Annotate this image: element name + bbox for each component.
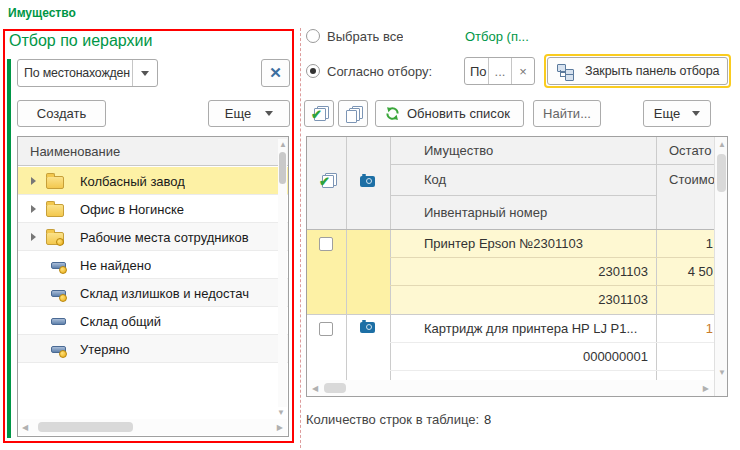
filter-settings-link[interactable]: Отбор (п... [465,23,529,49]
item-marker-dot [59,350,67,358]
row-count-label: Количество строк в таблице: [306,409,479,429]
tree-item-label: Склад общий [80,307,161,335]
table-header-cell[interactable]: Имущество [424,137,650,164]
table-vscroll-thumb[interactable] [717,154,726,192]
expand-arrow-icon[interactable] [31,205,36,213]
folder-marker-dot [56,238,64,246]
ellipsis-label: ... [495,64,506,79]
check-stack-icon: ✔ [311,106,329,122]
tree-hscrollbar[interactable]: ◀ ▶ [19,419,287,435]
hierarchy-panel-icon [557,64,573,79]
table-value-cell[interactable]: 4 50 [660,257,713,285]
tree-vscrollbar[interactable]: ▲ [278,139,287,407]
row-checkbox[interactable] [319,322,333,336]
property-table-inner: ИмуществоКодИнвентарный номерОстатоСтоим… [307,137,727,396]
tree-item-6[interactable]: Склад общий [18,307,288,335]
clear-icon: × [519,64,527,79]
find-button-label: Найти... [543,106,591,121]
table-value-cell[interactable]: 1 [660,229,713,257]
refresh-icon [385,106,400,121]
tree-item-2[interactable]: Офис в Ногинске [18,195,288,223]
select-all-rows-button[interactable]: ✔ [304,100,334,127]
page-title: Имущество [8,6,76,20]
table-more-button[interactable]: Еще [643,100,711,127]
tree-item-5[interactable]: Склад излишков и недостач [18,279,288,307]
table-hscrollbar[interactable]: ◀ ▶ [307,380,714,396]
tree-item-label: Рабочие места сотрудников [80,223,249,251]
tree-item-label: Утеряно [80,335,130,363]
hierarchy-tree: Наименование Колбасный заводОфис в Ногин… [17,136,289,437]
table-vscrollbar[interactable]: ▲ ▼ [714,137,727,396]
radio-select-all[interactable] [306,29,320,43]
tree-item-label: Офис в Ногинске [80,195,184,223]
create-button-label: Создать [37,106,86,121]
tree-item-label: Не найдено [80,251,151,279]
table-cell[interactable]: 000000001 [400,342,648,370]
filter-value-field[interactable]: По ... × [464,57,535,85]
copy-rows-button[interactable] [338,100,368,127]
camera-icon [360,176,375,187]
table-header-cell[interactable]: Остато [669,137,740,164]
tree-hscroll-right-arrow[interactable]: ▶ [277,424,283,432]
close-hierarchy-panel-button[interactable]: ✕ [261,59,290,87]
chevron-down-icon [141,71,149,76]
table-subrow-line [390,370,727,371]
radio-by-filter[interactable] [306,64,320,78]
table-subrow-line [390,342,727,343]
table-cell[interactable]: Принтер Epson №2301103 [424,229,648,257]
expand-arrow-icon[interactable] [31,177,36,185]
tree-hscroll-left-arrow[interactable]: ◀ [22,424,28,432]
table-subrow-line [390,285,727,286]
table-value-cell[interactable]: 1 [660,314,713,342]
refresh-list-button[interactable]: Обновить список [375,100,524,127]
close-filter-panel-button[interactable]: Закрыть панель отбора [547,57,728,85]
table-vscroll-up-arrow[interactable]: ▲ [718,141,726,149]
hierarchy-panel-title: Отбор по иерархии [9,32,152,50]
tree-item-label: Склад излишков и недостач [80,279,249,307]
tree-vscroll-up-arrow[interactable]: ▲ [279,141,287,149]
tree-item-3[interactable]: Рабочие места сотрудников [18,223,288,251]
item-icon [51,318,66,325]
refresh-list-label: Обновить список [407,106,510,121]
app-window: Имущество Отбор по иерархии По местонахо… [0,0,740,450]
table-cell[interactable]: 2301103 [400,257,648,285]
hierarchy-type-combo-value: По местонахожден [24,60,132,86]
table-column-line [390,137,391,396]
filter-value-text: По [470,58,487,84]
table-hscroll-thumb[interactable] [324,383,346,393]
tree-header-row: Наименование [18,137,288,166]
table-column-line [346,137,347,396]
tree-item-7[interactable]: Утеряно [18,335,288,363]
combo-dropdown-button[interactable] [132,60,157,86]
table-cell[interactable]: 2301103 [400,285,648,313]
tree-more-button[interactable]: Еще [208,100,290,127]
row-checkbox[interactable] [319,237,333,251]
filter-ellipsis-button[interactable]: ... [488,58,511,84]
table-header-cell[interactable]: Код [424,164,650,195]
hierarchy-filter-panel: Отбор по иерархии По местонахожден ✕ Соз… [3,29,294,443]
tree-hscroll-thumb[interactable] [38,422,133,432]
table-hscroll-left-arrow[interactable]: ◀ [312,385,318,393]
close-icon: ✕ [269,64,282,82]
tree-vscroll-thumb[interactable] [279,152,286,184]
table-cell[interactable]: Картридж для принтера HP LJ P1... [424,314,648,342]
create-button[interactable]: Создать [17,100,106,127]
property-table: ИмуществоКодИнвентарный номерОстатоСтоим… [306,136,728,397]
filter-clear-button[interactable]: × [511,58,534,84]
table-header-cell[interactable]: Стоимо [669,164,740,195]
tree-header-name: Наименование [30,137,230,165]
hierarchy-type-combo[interactable]: По местонахожден [17,59,158,87]
table-header-cell[interactable]: Инвентарный номер [424,195,650,229]
find-button[interactable]: Найти... [533,100,601,127]
row-count-value: 8 [484,409,491,429]
table-hscroll-right-arrow[interactable]: ▶ [703,385,709,393]
chevron-down-icon [265,111,273,116]
item-marker-dot [59,266,67,274]
tree-vscroll-down-arrow[interactable]: ▼ [277,409,285,417]
panel-splitter[interactable] [300,28,301,448]
tree-item-4[interactable]: Не найдено [18,251,288,279]
tree-item-1[interactable]: Колбасный завод [18,167,288,195]
expand-arrow-icon[interactable] [31,233,36,241]
tree-more-button-label: Еще [225,106,251,121]
table-vscroll-down-arrow[interactable]: ▼ [718,369,726,377]
